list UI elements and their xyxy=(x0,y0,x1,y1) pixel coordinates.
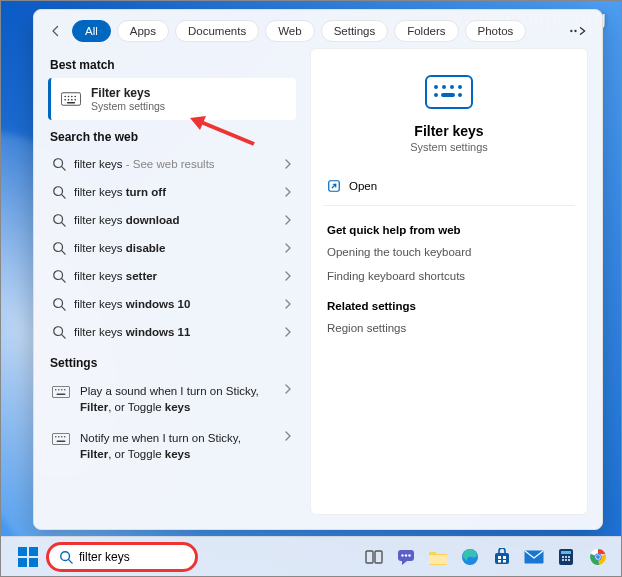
svg-rect-43 xyxy=(29,558,38,567)
web-result-row[interactable]: filter keys windows 11 xyxy=(48,318,296,346)
settings-result-text: Notify me when I turn on Sticky, Filter,… xyxy=(80,431,274,462)
svg-point-64 xyxy=(562,559,564,561)
settings-result-row[interactable]: Play a sound when I turn on Sticky, Filt… xyxy=(48,376,296,423)
open-action[interactable]: Open xyxy=(327,173,571,199)
web-result-text: filter keys setter xyxy=(74,270,157,282)
tab-folders[interactable]: Folders xyxy=(394,20,458,42)
detail-title: Filter keys xyxy=(327,123,571,139)
svg-point-21 xyxy=(58,389,60,391)
help-link[interactable]: Finding keyboard shortcuts xyxy=(327,264,571,288)
svg-point-35 xyxy=(458,85,462,89)
search-icon xyxy=(52,213,66,227)
chevron-right-icon xyxy=(284,384,292,394)
tab-web[interactable]: Web xyxy=(265,20,314,42)
best-match-item[interactable]: Filter keys System settings xyxy=(48,78,296,120)
search-icon xyxy=(52,157,66,171)
best-match-heading: Best match xyxy=(50,58,294,72)
svg-rect-38 xyxy=(441,93,455,97)
svg-rect-30 xyxy=(57,441,66,443)
search-icon xyxy=(52,325,66,339)
svg-point-13 xyxy=(54,187,63,196)
keyboard-icon xyxy=(61,92,81,106)
related-link[interactable]: Region settings xyxy=(327,316,571,340)
keyboard-icon xyxy=(52,433,70,445)
search-scope-tabs: All Apps Documents Web Settings Folders … xyxy=(34,10,602,48)
svg-point-20 xyxy=(55,389,57,391)
web-result-text: filter keys - See web results xyxy=(74,158,215,170)
settings-result-row[interactable]: Notify me when I turn on Sticky, Filter,… xyxy=(48,423,296,470)
web-results-list: filter keys - See web results filter key… xyxy=(48,150,296,346)
chevron-right-icon xyxy=(284,187,292,197)
keyboard-icon xyxy=(52,386,70,398)
tab-settings[interactable]: Settings xyxy=(321,20,389,42)
quick-help-links: Opening the touch keyboardFinding keyboa… xyxy=(327,240,571,288)
svg-point-4 xyxy=(68,96,70,98)
web-result-row[interactable]: filter keys download xyxy=(48,206,296,234)
svg-rect-57 xyxy=(503,560,506,563)
taskbar-search-input[interactable] xyxy=(79,550,185,564)
related-heading: Related settings xyxy=(327,300,571,312)
chevron-right-icon xyxy=(284,327,292,337)
svg-rect-55 xyxy=(503,556,506,559)
chevron-right-icon xyxy=(284,215,292,225)
web-result-row[interactable]: filter keys setter xyxy=(48,262,296,290)
svg-point-14 xyxy=(54,215,63,224)
svg-point-66 xyxy=(568,559,570,561)
tabs-overflow-button[interactable] xyxy=(568,23,588,39)
web-result-text: filter keys windows 10 xyxy=(74,298,190,310)
svg-point-50 xyxy=(408,554,410,556)
svg-point-17 xyxy=(54,299,63,308)
calculator-icon[interactable] xyxy=(555,546,577,568)
file-explorer-icon[interactable] xyxy=(427,546,449,568)
svg-point-37 xyxy=(458,93,462,97)
chevron-right-icon xyxy=(284,243,292,253)
best-match-title: Filter keys xyxy=(91,86,165,100)
svg-point-65 xyxy=(565,559,567,561)
settings-heading: Settings xyxy=(50,356,294,370)
svg-point-36 xyxy=(434,93,438,97)
store-icon[interactable] xyxy=(491,546,513,568)
svg-point-33 xyxy=(442,85,446,89)
web-result-row[interactable]: filter keys disable xyxy=(48,234,296,262)
svg-point-18 xyxy=(54,327,63,336)
svg-rect-19 xyxy=(52,386,69,397)
search-icon xyxy=(52,269,66,283)
search-icon xyxy=(59,550,73,564)
quick-help-heading: Get quick help from web xyxy=(327,224,571,236)
help-link[interactable]: Opening the touch keyboard xyxy=(327,240,571,264)
nav-back-button[interactable] xyxy=(48,23,64,39)
svg-point-62 xyxy=(565,556,567,558)
start-search-panel: All Apps Documents Web Settings Folders … xyxy=(33,9,603,530)
web-result-row[interactable]: filter keys windows 10 xyxy=(48,290,296,318)
tab-photos[interactable]: Photos xyxy=(465,20,527,42)
search-icon xyxy=(52,297,66,311)
open-icon xyxy=(327,179,341,193)
chat-icon[interactable] xyxy=(395,546,417,568)
tab-apps[interactable]: Apps xyxy=(117,20,169,42)
tab-documents[interactable]: Documents xyxy=(175,20,259,42)
taskbar-search-box[interactable] xyxy=(47,543,197,571)
detail-subtitle: System settings xyxy=(327,141,571,153)
tab-all[interactable]: All xyxy=(72,20,111,42)
svg-rect-11 xyxy=(67,102,75,104)
settings-result-text: Play a sound when I turn on Sticky, Filt… xyxy=(80,384,274,415)
chrome-icon[interactable] xyxy=(587,546,609,568)
web-result-row[interactable]: filter keys turn off xyxy=(48,178,296,206)
svg-rect-25 xyxy=(52,433,69,444)
web-result-text: filter keys download xyxy=(74,214,179,226)
svg-point-63 xyxy=(568,556,570,558)
task-view-icon[interactable] xyxy=(363,546,385,568)
svg-point-27 xyxy=(58,436,60,438)
results-left-column: Best match Filter keys System settings S… xyxy=(48,48,296,515)
start-button[interactable] xyxy=(17,546,39,568)
edge-icon[interactable] xyxy=(459,546,481,568)
svg-point-16 xyxy=(54,271,63,280)
svg-rect-46 xyxy=(375,551,382,563)
svg-point-8 xyxy=(68,99,70,101)
svg-rect-54 xyxy=(498,556,501,559)
mail-icon[interactable] xyxy=(523,546,545,568)
svg-point-48 xyxy=(405,554,407,556)
svg-point-32 xyxy=(434,85,438,89)
svg-point-26 xyxy=(55,436,57,438)
web-result-row[interactable]: filter keys - See web results xyxy=(48,150,296,178)
